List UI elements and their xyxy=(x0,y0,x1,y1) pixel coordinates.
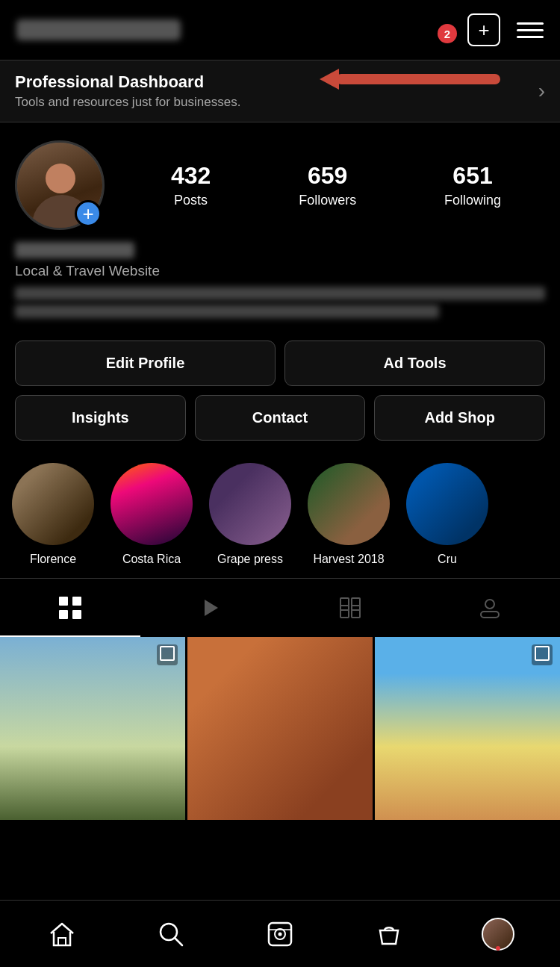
highlight-costa-rica[interactable]: Costa Rica xyxy=(111,463,193,566)
following-label: Following xyxy=(444,193,501,208)
following-count: 651 xyxy=(452,162,492,190)
nav-shop[interactable] xyxy=(335,920,444,948)
tab-guide[interactable] xyxy=(280,589,420,626)
highlight-label-grape: Grape press xyxy=(217,553,283,566)
posts-grid xyxy=(0,637,560,820)
guide-icon xyxy=(337,595,363,621)
plus-icon: + xyxy=(478,19,489,42)
search-icon xyxy=(157,920,185,948)
reels-nav-icon xyxy=(266,920,294,948)
highlights-row: Florence Costa Rica Grape press Harvest … xyxy=(0,451,560,578)
grid-post-3[interactable] xyxy=(375,637,560,820)
posts-count: 432 xyxy=(171,162,211,190)
top-nav: 2 + xyxy=(0,0,560,60)
svg-rect-6 xyxy=(352,598,360,618)
arrow-indicator xyxy=(336,74,500,84)
edit-profile-button[interactable]: Edit Profile xyxy=(15,341,276,386)
followers-label: Followers xyxy=(299,193,356,208)
stats-row: 432 Posts 659 Followers 651 Following xyxy=(127,162,545,208)
svg-line-15 xyxy=(175,938,182,945)
pro-dashboard-text: Professional Dashboard Tools and resourc… xyxy=(15,72,240,110)
highlight-circle-florence xyxy=(12,463,94,545)
highlight-label-cru: Cru xyxy=(438,553,457,566)
highlight-cru[interactable]: Cru xyxy=(406,463,488,566)
profile-top: + 432 Posts 659 Followers 651 Following xyxy=(15,140,545,230)
multi-post-icon-3 xyxy=(532,644,553,665)
profile-bio-line1 xyxy=(15,287,545,300)
posts-stat[interactable]: 432 Posts xyxy=(171,162,211,208)
ad-tools-button[interactable]: Ad Tools xyxy=(284,341,545,386)
pro-dashboard-banner[interactable]: Professional Dashboard Tools and resourc… xyxy=(0,60,560,122)
followers-count: 659 xyxy=(308,162,347,190)
notif-count: 2 xyxy=(438,24,457,43)
username-blur xyxy=(16,19,181,40)
highlight-circle-cru xyxy=(406,463,488,545)
action-buttons: Edit Profile Ad Tools Insights Contact A… xyxy=(0,330,560,451)
profile-name-blur xyxy=(15,242,134,258)
home-icon xyxy=(48,920,76,948)
nav-search[interactable] xyxy=(116,920,225,948)
highlight-label-costa-rica: Costa Rica xyxy=(122,553,181,566)
svg-point-18 xyxy=(279,932,282,936)
posts-label: Posts xyxy=(174,193,208,208)
followers-stat[interactable]: 659 Followers xyxy=(299,162,356,208)
nav-profile-dot xyxy=(496,946,500,951)
pro-dashboard-title: Professional Dashboard xyxy=(15,72,240,92)
svg-rect-13 xyxy=(58,938,66,945)
second-row-buttons: Insights Contact Add Shop xyxy=(15,395,545,441)
tab-tagged[interactable] xyxy=(420,589,561,626)
nav-right-icons: 2 + xyxy=(451,13,544,46)
svg-rect-1 xyxy=(72,597,81,606)
nav-home[interactable] xyxy=(7,920,116,948)
insights-button[interactable]: Insights xyxy=(15,395,186,441)
grid-post-1[interactable] xyxy=(0,637,185,820)
add-shop-button[interactable]: Add Shop xyxy=(374,395,545,441)
highlight-circle-costa-rica xyxy=(111,463,193,545)
menu-button[interactable] xyxy=(517,22,544,38)
add-story-button[interactable]: + xyxy=(75,200,102,227)
svg-rect-12 xyxy=(481,612,499,618)
svg-rect-5 xyxy=(340,598,349,618)
highlight-circle-grape xyxy=(209,463,291,545)
highlight-harvest[interactable]: Harvest 2018 xyxy=(308,463,390,566)
shop-icon xyxy=(375,920,403,948)
nav-profile[interactable] xyxy=(444,918,553,951)
svg-marker-4 xyxy=(205,600,218,616)
add-content-button[interactable]: + xyxy=(467,13,500,46)
pro-dashboard-subtitle: Tools and resources just for businesses. xyxy=(15,95,240,110)
nav-reels[interactable] xyxy=(225,920,335,948)
highlight-florence[interactable]: Florence xyxy=(12,463,94,566)
content-tabs xyxy=(0,578,560,637)
svg-rect-2 xyxy=(59,610,68,619)
grid-icon xyxy=(57,595,83,621)
svg-rect-0 xyxy=(59,597,68,606)
svg-point-11 xyxy=(485,600,494,609)
highlight-grape-press[interactable]: Grape press xyxy=(209,463,291,566)
tab-reels[interactable] xyxy=(140,589,281,626)
multi-post-icon-1 xyxy=(157,644,178,665)
red-arrow xyxy=(336,74,500,84)
reels-icon xyxy=(197,595,223,621)
bottom-nav xyxy=(0,900,560,967)
profile-info: Local & Travel Website xyxy=(15,242,545,318)
profile-bio-line2 xyxy=(15,305,439,318)
contact-button[interactable]: Contact xyxy=(195,395,366,441)
avatar-wrapper[interactable]: + xyxy=(15,140,105,230)
highlight-circle-harvest xyxy=(308,463,390,545)
highlight-label-harvest: Harvest 2018 xyxy=(313,553,384,566)
following-stat[interactable]: 651 Following xyxy=(444,162,501,208)
tab-grid[interactable] xyxy=(0,589,140,626)
chevron-right-icon: › xyxy=(538,79,545,103)
svg-rect-3 xyxy=(72,610,81,619)
tagged-icon xyxy=(477,595,503,621)
profile-category: Local & Travel Website xyxy=(15,263,545,279)
profile-section: + 432 Posts 659 Followers 651 Following … xyxy=(0,122,560,330)
grid-post-2[interactable] xyxy=(187,637,373,820)
highlight-label-florence: Florence xyxy=(30,553,76,566)
